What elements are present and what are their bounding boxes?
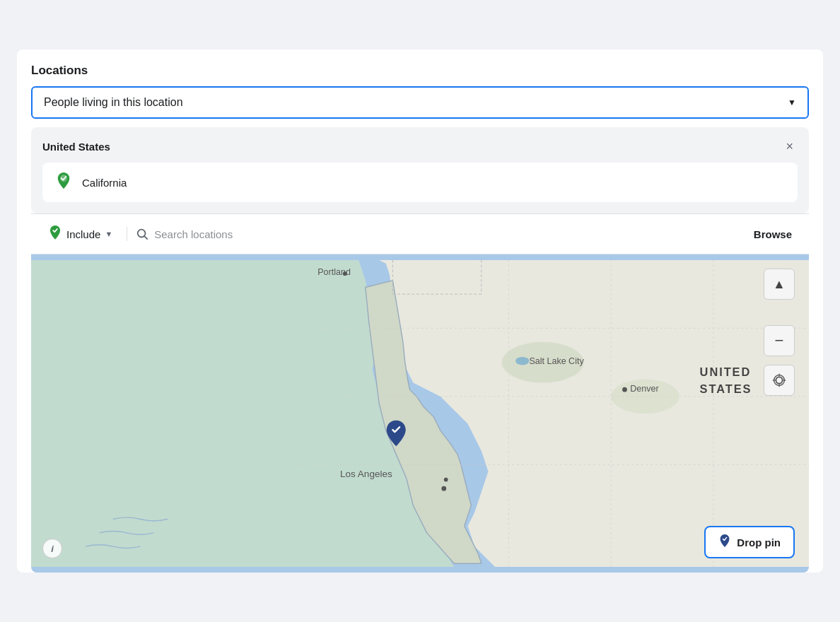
svg-text:Denver: Denver xyxy=(630,384,658,394)
drop-pin-icon xyxy=(718,534,731,550)
svg-text:Los Angeles: Los Angeles xyxy=(340,469,392,479)
zoom-in-button[interactable]: ▲ xyxy=(764,269,795,300)
search-bar-row: Include ▼ Browse xyxy=(31,213,809,254)
map-background: Portland Salt Lake City Denver UNITED ST… xyxy=(31,254,809,573)
location-name: California xyxy=(82,177,127,189)
svg-point-17 xyxy=(441,486,446,491)
map-container: Portland Salt Lake City Denver UNITED ST… xyxy=(31,254,809,573)
info-button[interactable]: i xyxy=(42,539,62,558)
include-pin-icon xyxy=(48,225,62,242)
svg-line-2 xyxy=(144,236,147,239)
svg-text:Portland: Portland xyxy=(317,267,351,277)
zoom-out-button[interactable]: − xyxy=(764,325,795,356)
svg-point-15 xyxy=(515,357,529,365)
crosshair-icon xyxy=(771,372,787,388)
current-location-button[interactable] xyxy=(764,365,795,396)
svg-text:UNITED: UNITED xyxy=(700,365,752,378)
location-item: California xyxy=(42,163,798,202)
svg-text:Salt Lake City: Salt Lake City xyxy=(529,356,584,366)
location-pin-icon xyxy=(54,172,74,192)
include-chevron-down-icon: ▼ xyxy=(105,230,112,238)
drop-pin-label: Drop pin xyxy=(737,536,781,548)
svg-point-26 xyxy=(444,478,448,482)
svg-point-16 xyxy=(622,387,627,392)
page-title: Locations xyxy=(31,64,809,78)
location-type-dropdown[interactable]: People living in this location ▼ xyxy=(31,86,809,119)
svg-point-27 xyxy=(776,377,782,383)
browse-button[interactable]: Browse xyxy=(748,224,798,245)
search-input[interactable] xyxy=(154,228,742,240)
locations-container: Locations People living in this location… xyxy=(17,49,823,573)
include-button[interactable]: Include ▼ xyxy=(42,221,118,247)
dropdown-selected-value: People living in this location xyxy=(44,96,183,109)
location-panel-header: United States × xyxy=(42,139,798,154)
chevron-down-icon: ▼ xyxy=(788,98,796,107)
svg-text:STATES: STATES xyxy=(700,382,752,395)
info-icon: i xyxy=(51,544,54,554)
close-button[interactable]: × xyxy=(781,139,798,154)
include-label: Include xyxy=(66,228,100,240)
country-label: United States xyxy=(42,141,110,153)
search-icon xyxy=(136,228,148,240)
map-svg: Portland Salt Lake City Denver UNITED ST… xyxy=(31,254,809,573)
drop-pin-button[interactable]: Drop pin xyxy=(704,526,795,558)
location-panel: United States × California xyxy=(31,127,809,213)
divider xyxy=(127,227,127,241)
